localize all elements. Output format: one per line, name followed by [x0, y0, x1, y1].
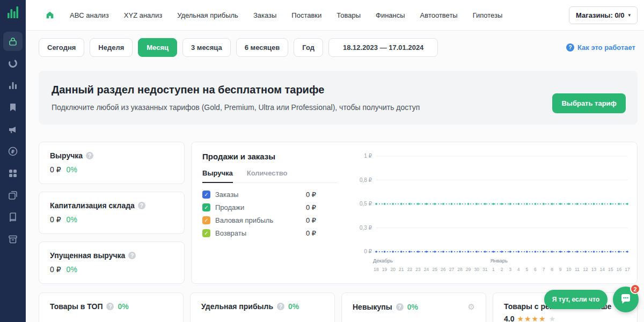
- period-button[interactable]: 6 месяцев: [236, 38, 289, 57]
- legend-checkbox[interactable]: ✓: [202, 229, 210, 237]
- svg-text:0,5 ₽: 0,5 ₽: [360, 201, 372, 207]
- period-button[interactable]: Сегодня: [39, 38, 84, 57]
- svg-text:7: 7: [543, 267, 545, 272]
- svg-text:29: 29: [466, 267, 471, 272]
- nav-item[interactable]: Финансы: [376, 11, 405, 19]
- archive-icon[interactable]: [3, 230, 23, 249]
- metric-card: Удельная прибыль ? 0% ⚙: [190, 292, 335, 322]
- nav-item[interactable]: Автоответы: [420, 11, 458, 19]
- star-empty-icon: ★: [549, 314, 556, 322]
- grid-icon[interactable]: [3, 164, 23, 183]
- book-icon[interactable]: [3, 208, 23, 227]
- legend-checkbox[interactable]: ✓: [202, 216, 210, 224]
- chat-bubble-icon: [620, 294, 632, 305]
- stat-card: Выручка ? 0 ₽ 0%: [39, 142, 185, 184]
- svg-text:5: 5: [525, 267, 528, 272]
- stat-title: Упущенная выручка: [50, 251, 125, 260]
- nav-item[interactable]: Товары: [336, 11, 361, 19]
- svg-text:9: 9: [559, 267, 562, 272]
- chevron-down-icon: ▾: [628, 12, 631, 18]
- svg-text:14: 14: [599, 267, 605, 272]
- period-button[interactable]: 3 месяца: [182, 38, 231, 57]
- svg-text:27: 27: [449, 267, 455, 272]
- gear-icon[interactable]: ⚙: [468, 302, 475, 312]
- svg-text:0,3 ₽: 0,3 ₽: [360, 225, 372, 231]
- period-button[interactable]: Месяц: [138, 38, 177, 57]
- nav-item[interactable]: Гипотезы: [473, 11, 503, 19]
- nav-item[interactable]: XYZ анализ: [124, 11, 162, 19]
- choose-tariff-button[interactable]: Выбрать тариф: [552, 93, 626, 113]
- stat-title-row: Капитализация склада ?: [50, 201, 173, 210]
- date-range-picker[interactable]: 18.12.2023 — 17.01.2024: [328, 38, 438, 57]
- help-icon[interactable]: ?: [86, 152, 93, 159]
- help-icon[interactable]: ?: [396, 303, 404, 311]
- legend-checkbox[interactable]: ✓: [202, 191, 210, 199]
- chat-button[interactable]: 2: [613, 287, 639, 312]
- cards-icon[interactable]: [3, 186, 23, 205]
- chart-tab[interactable]: Количество: [247, 169, 288, 182]
- help-icon[interactable]: ?: [106, 303, 114, 310]
- nav-item[interactable]: Удельная прибыль: [177, 11, 238, 19]
- nav-item[interactable]: Поставки: [291, 11, 321, 19]
- svg-text:3: 3: [509, 267, 511, 272]
- megaphone-icon[interactable]: [3, 120, 23, 139]
- top-nav: ABC анализXYZ анализУдельная прибыльЗака…: [26, 0, 644, 31]
- metric-percent: 0%: [407, 303, 418, 311]
- legend-row: ✓ Заказы 0 ₽: [202, 191, 316, 199]
- svg-text:0,8 ₽: 0,8 ₽: [360, 177, 372, 183]
- stat-percent: 0%: [67, 265, 77, 274]
- home-icon[interactable]: [45, 10, 55, 20]
- legend-label: Возвраты: [215, 229, 246, 237]
- banner-subtitle: Подключите любой из указанных тарифов (G…: [52, 103, 625, 112]
- help-icon[interactable]: ?: [138, 202, 145, 209]
- legend-checkbox[interactable]: ✓: [202, 203, 210, 211]
- bookmark-icon[interactable]: [3, 98, 23, 117]
- page-content: СегодняНеделяМесяц3 месяца6 месяцевГод 1…: [26, 31, 644, 322]
- help-label: Как это работает: [577, 43, 635, 52]
- svg-text:11: 11: [575, 267, 580, 272]
- period-button[interactable]: Год: [294, 38, 323, 57]
- shops-selector[interactable]: Магазины: 0/0 ▾: [569, 6, 638, 24]
- app-logo[interactable]: [8, 6, 18, 20]
- svg-text:16: 16: [617, 267, 622, 272]
- legend-value: 0 ₽: [306, 229, 316, 237]
- metric-title: Удельная прибыль: [201, 302, 273, 311]
- legend-row: ✓ Возвраты 0 ₽: [202, 229, 316, 237]
- period-button[interactable]: Неделя: [90, 38, 133, 57]
- metric-title: Невыкупы: [353, 303, 392, 311]
- ruble-icon[interactable]: ₽: [3, 142, 23, 161]
- chart-tab[interactable]: Выручка: [202, 169, 233, 183]
- nav-item[interactable]: Заказы: [253, 11, 276, 19]
- lock-icon[interactable]: [3, 32, 23, 51]
- stat-title-row: Выручка ?: [50, 151, 173, 160]
- shops-label: Магазины: 0/0: [576, 11, 624, 19]
- chat-prompt-button[interactable]: Я тут, если что: [544, 290, 608, 309]
- legend-label: Продажи: [215, 203, 244, 211]
- donut-chart-icon[interactable]: [3, 54, 23, 73]
- main-menu: ABC анализXYZ анализУдельная прибыльЗака…: [70, 11, 502, 19]
- legend-row: ✓ Валовая прибыль 0 ₽: [202, 216, 316, 224]
- legend-row: ✓ Продажи 0 ₽: [202, 203, 316, 211]
- stats-column: Выручка ? 0 ₽ 0% Капитализация склада: [39, 142, 185, 284]
- help-icon[interactable]: ?: [128, 252, 136, 259]
- svg-text:21: 21: [399, 267, 404, 272]
- svg-text:22: 22: [407, 267, 413, 272]
- stat-card: Капитализация склада ? 0 ₽ 0%: [39, 192, 185, 234]
- help-icon[interactable]: ?: [277, 303, 284, 310]
- stat-value-row: 0 ₽ 0%: [50, 215, 173, 224]
- legend-label: Заказы: [215, 191, 238, 199]
- chart-tabs: ВыручкаКоличество: [202, 169, 338, 183]
- nav-item[interactable]: ABC анализ: [70, 11, 109, 19]
- stat-title: Капитализация склада: [50, 201, 135, 210]
- svg-text:1: 1: [492, 267, 495, 272]
- metric-title-row: Удельная прибыль ? 0% ⚙: [201, 302, 324, 311]
- svg-text:28: 28: [457, 267, 463, 272]
- app-root: ₽ ABC анализXYZ анализУдельная прибыльЗа…: [0, 0, 644, 322]
- bar-chart-icon[interactable]: [3, 76, 23, 95]
- svg-text:25: 25: [432, 267, 437, 272]
- period-toolbar: СегодняНеделяМесяц3 месяца6 месяцевГод 1…: [39, 38, 638, 57]
- how-it-works-link[interactable]: ? Как это работает: [566, 43, 635, 52]
- svg-text:8: 8: [551, 267, 553, 272]
- svg-text:20: 20: [390, 267, 396, 272]
- chat-widget: Я тут, если что 2: [544, 287, 639, 312]
